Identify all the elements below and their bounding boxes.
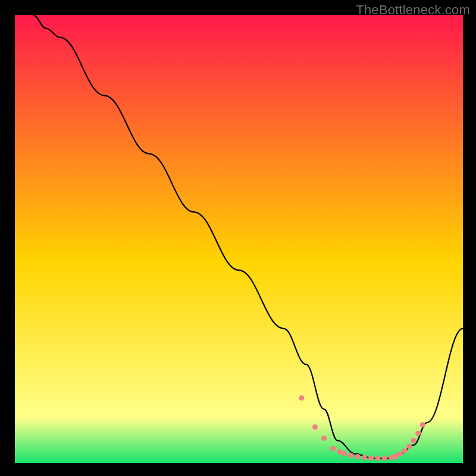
curve-marker <box>321 436 327 441</box>
chart-svg <box>0 0 476 476</box>
curve-marker <box>402 448 408 453</box>
curve-marker <box>397 451 403 456</box>
curve-marker <box>342 451 347 456</box>
curve-marker <box>348 453 353 458</box>
curve-marker <box>312 424 318 430</box>
curve-marker <box>330 446 336 451</box>
curve-marker <box>411 438 416 443</box>
curve-marker <box>355 454 361 459</box>
curve-marker <box>299 395 304 400</box>
curve-marker <box>375 456 380 461</box>
curve-marker <box>362 455 367 460</box>
curve-marker <box>382 456 387 461</box>
curve-marker <box>420 422 425 427</box>
curve-marker <box>406 444 412 449</box>
curve-marker <box>415 431 421 436</box>
curve-marker <box>368 455 374 461</box>
chart-frame: TheBottleneck.com <box>0 0 476 476</box>
gradient-background <box>15 15 463 463</box>
